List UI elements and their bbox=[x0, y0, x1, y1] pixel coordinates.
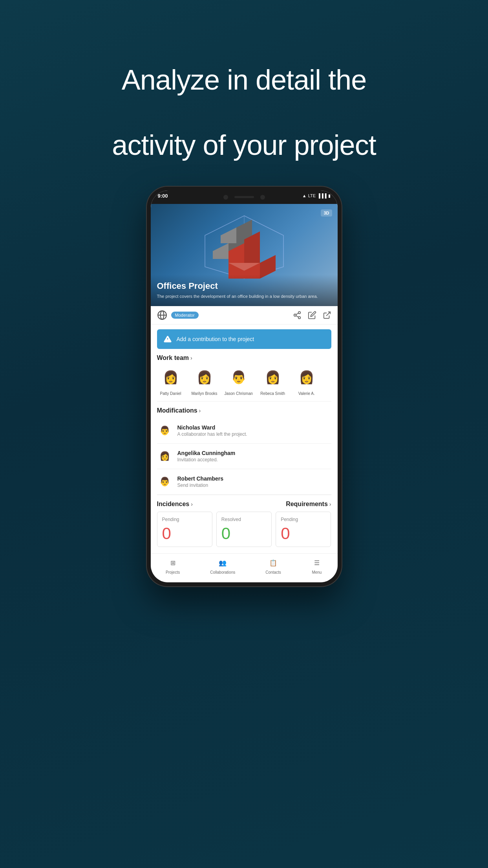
action-bar: Moderator bbox=[151, 306, 338, 325]
team-member-name: Patty Daniel bbox=[160, 391, 181, 396]
phone-frame: 9:00 ▲ LTE ▐▐▐ ▮ bbox=[146, 186, 342, 587]
project-title: Offices Project bbox=[157, 281, 331, 291]
team-member[interactable]: Jason Chrisman bbox=[225, 365, 253, 396]
battery-icon: ▮ bbox=[328, 193, 331, 198]
team-member-avatar bbox=[261, 365, 285, 389]
team-member-name: Valerie A. bbox=[298, 391, 315, 396]
action-icons bbox=[293, 311, 331, 319]
phone-wrapper: 9:00 ▲ LTE ▐▐▐ ▮ bbox=[146, 186, 342, 587]
hero-overlay: Offices Project The project covers the d… bbox=[151, 275, 338, 306]
stat-value: 0 bbox=[221, 525, 267, 542]
mod-avatar bbox=[157, 474, 173, 490]
team-member-name: Jason Chrisman bbox=[225, 391, 253, 396]
stat-label: Pending bbox=[162, 517, 207, 522]
bottom-nav: ⊞ Projects 👥 Collaborations 📋 Contacts ☰… bbox=[151, 553, 338, 582]
notch-bar: 9:00 ▲ LTE ▐▐▐ ▮ bbox=[151, 191, 338, 204]
modification-item[interactable]: Nicholas Ward A collaborator has left th… bbox=[157, 418, 331, 444]
team-member-avatar bbox=[227, 365, 250, 389]
requirements-chevron: › bbox=[329, 501, 331, 507]
stats-header-row: Incidences › Requirements › bbox=[157, 495, 331, 512]
nav-icon: ☰ bbox=[311, 558, 322, 569]
modifications-header[interactable]: Modifications › bbox=[157, 402, 331, 418]
mod-info: Angelika Cunningham Invitation accepted. bbox=[177, 450, 331, 462]
nav-label: Projects bbox=[166, 570, 180, 574]
mod-avatar bbox=[157, 448, 173, 464]
team-member[interactable]: Marilyn Brooks bbox=[191, 365, 218, 396]
moderator-badge: Moderator bbox=[171, 312, 199, 319]
stat-value: 0 bbox=[162, 525, 207, 542]
contribution-text: Add a contribution to the project bbox=[177, 336, 254, 342]
globe-icon[interactable] bbox=[157, 310, 167, 320]
mod-desc: A collaborator has left the project. bbox=[177, 431, 331, 437]
team-member-name: Rebeca Smith bbox=[260, 391, 285, 396]
incidences-chevron: › bbox=[191, 501, 193, 507]
team-member-avatar bbox=[159, 365, 183, 389]
modifications-chevron: › bbox=[199, 407, 201, 414]
modifications-title: Modifications bbox=[157, 407, 197, 414]
status-time: 9:00 bbox=[158, 193, 168, 199]
nav-icon: 📋 bbox=[268, 558, 279, 569]
lte-label: LTE bbox=[308, 193, 316, 198]
signal-bars: ▐▐▐ bbox=[317, 193, 326, 198]
headline-line2: activity of your project bbox=[112, 128, 376, 162]
requirements-title: Requirements bbox=[286, 501, 328, 508]
incidences-title: Incidences bbox=[157, 501, 190, 508]
svg-line-21 bbox=[296, 313, 298, 315]
modifications-list: Nicholas Ward A collaborator has left th… bbox=[157, 418, 331, 495]
work-team-header[interactable]: Work team › bbox=[157, 349, 331, 365]
svg-point-17 bbox=[298, 312, 300, 314]
team-member[interactable]: Rebeca Smith bbox=[259, 365, 287, 396]
requirements-header[interactable]: Requirements › bbox=[286, 501, 331, 508]
incidences-header[interactable]: Incidences › bbox=[157, 501, 193, 508]
mod-avatar bbox=[157, 423, 173, 439]
team-member-name: Marilyn Brooks bbox=[191, 391, 217, 396]
edit-icon[interactable] bbox=[308, 311, 316, 319]
work-team-row: Patty Daniel Marilyn Brooks Jason Chrism… bbox=[157, 365, 331, 401]
nav-item-contacts[interactable]: 📋 Contacts bbox=[265, 558, 281, 574]
stat-card: Resolved 0 bbox=[216, 512, 272, 547]
modification-item[interactable]: Robert Chambers Send invitation bbox=[157, 469, 331, 495]
stats-cards: Pending 0 Resolved 0 Pending 0 bbox=[157, 512, 331, 553]
team-member[interactable]: Valerie A. bbox=[293, 365, 320, 396]
nav-item-menu[interactable]: ☰ Menu bbox=[311, 558, 322, 574]
nav-icon: ⊞ bbox=[167, 558, 178, 569]
modification-item[interactable]: Angelika Cunningham Invitation accepted. bbox=[157, 444, 331, 469]
hero-area: 3D Offices Project The project covers th… bbox=[151, 204, 338, 306]
team-member-avatar bbox=[193, 365, 216, 389]
mod-name: Nicholas Ward bbox=[177, 424, 331, 431]
stat-card: Pending 0 bbox=[157, 512, 212, 547]
svg-point-18 bbox=[294, 314, 296, 316]
stat-label: Resolved bbox=[221, 517, 267, 522]
mod-name: Robert Chambers bbox=[177, 475, 331, 482]
warning-icon bbox=[163, 335, 172, 343]
team-member[interactable]: Patty Daniel bbox=[157, 365, 185, 396]
nav-label: Collaborations bbox=[210, 570, 235, 574]
stat-label: Pending bbox=[281, 517, 326, 522]
modifications-section: Modifications › Nicholas Ward A collabor… bbox=[157, 401, 331, 495]
nav-item-projects[interactable]: ⊞ Projects bbox=[166, 558, 180, 574]
mod-desc: Send invitation bbox=[177, 483, 331, 488]
mod-info: Nicholas Ward A collaborator has left th… bbox=[177, 424, 331, 437]
content-area: Work team › Patty Daniel Marilyn Brooks … bbox=[151, 349, 338, 553]
share-icon[interactable] bbox=[293, 311, 302, 319]
svg-line-20 bbox=[296, 316, 298, 317]
nav-icon: 👥 bbox=[217, 558, 228, 569]
signal-icon: ▲ bbox=[302, 193, 307, 198]
work-team-title: Work team bbox=[157, 354, 189, 362]
phone-screen: 9:00 ▲ LTE ▐▐▐ ▮ bbox=[151, 191, 338, 582]
mod-info: Robert Chambers Send invitation bbox=[177, 475, 331, 488]
work-team-chevron: › bbox=[190, 355, 192, 361]
headline: Analyze in detail the activity of your p… bbox=[112, 31, 376, 162]
svg-marker-8 bbox=[213, 243, 228, 259]
stat-card: Pending 0 bbox=[276, 512, 331, 547]
status-bar: 9:00 ▲ LTE ▐▐▐ ▮ bbox=[151, 193, 338, 199]
contribution-banner[interactable]: Add a contribution to the project bbox=[157, 329, 331, 349]
export-icon[interactable] bbox=[323, 311, 331, 319]
mod-desc: Invitation accepted. bbox=[177, 457, 331, 462]
headline-line1: Analyze in detail the bbox=[112, 63, 376, 97]
nav-label: Contacts bbox=[265, 570, 281, 574]
mod-name: Angelika Cunningham bbox=[177, 450, 331, 456]
nav-item-collaborations[interactable]: 👥 Collaborations bbox=[210, 558, 235, 574]
badge-3d: 3D bbox=[321, 209, 332, 217]
team-member-avatar bbox=[295, 365, 318, 389]
